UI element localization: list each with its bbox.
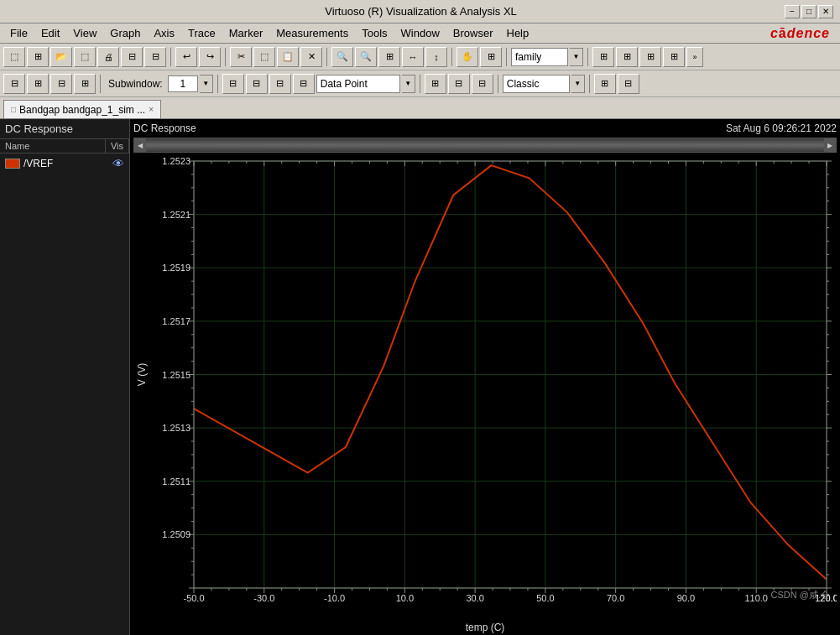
toolbar-btn-pan2[interactable]: ⊞ — [480, 47, 502, 67]
chart-area: DC Response Sat Aug 6 09:26:21 2022 ◀ ▶ … — [130, 119, 840, 635]
close-button[interactable]: ✕ — [818, 5, 833, 18]
menu-file[interactable]: File — [3, 25, 34, 41]
separator-11 — [589, 75, 590, 93]
toolbar-btn-a1[interactable]: ⊞ — [592, 47, 614, 67]
chart-title: DC Response — [133, 122, 196, 134]
toolbar-btn-copy[interactable]: ⬚ — [253, 47, 275, 67]
toolbar-btn-redo[interactable]: ↪ — [199, 47, 221, 67]
data-point-arrow[interactable]: ▼ — [402, 75, 415, 93]
subwindow-arrow[interactable]: ▼ — [200, 75, 213, 93]
toolbar-row-2: ⊟ ⊞ ⊟ ⊞ Subwindow: ▼ ⊟ ⊟ ⊟ ⊟ Data Point … — [0, 70, 840, 97]
scroll-right[interactable]: ▶ — [824, 138, 836, 152]
classic-dropdown[interactable]: Classic — [503, 75, 570, 93]
toolbar-btn-d3[interactable]: ⊟ — [472, 74, 493, 94]
plot-area: CSDN @咸.合 — [133, 153, 837, 620]
toolbar-btn-1[interactable]: ⬚ — [3, 47, 25, 67]
legend-col-name: Name — [0, 139, 106, 153]
toolbar-btn-paste[interactable]: 📋 — [277, 47, 299, 67]
toolbar-btn-c3[interactable]: ⊟ — [269, 74, 291, 94]
legend-trace-row: /VREF 👁 — [0, 154, 129, 174]
toolbar-btn-4[interactable]: ⬚ — [74, 47, 96, 67]
toolbar-btn-a2[interactable]: ⊞ — [616, 47, 638, 67]
subwindow-label: Subwindow: — [105, 78, 166, 90]
toolbar-btn-undo[interactable]: ↩ — [175, 47, 197, 67]
toolbar-btn-a3[interactable]: ⊞ — [639, 47, 661, 67]
separator-1 — [170, 48, 171, 66]
scroll-track[interactable] — [146, 138, 824, 152]
menu-bar: File Edit View Graph Axis Trace Marker M… — [0, 23, 840, 44]
menu-tools[interactable]: Tools — [355, 25, 394, 41]
toolbar-btn-a4[interactable]: ⊞ — [663, 47, 685, 67]
toolbar-row-1: ⬚ ⊞ 📂 ⬚ 🖨 ⊟ ⊟ ↩ ↪ ✂ ⬚ 📋 ✕ 🔍 🔍 ⊞ ↔ ↕ ✋ ⊞ … — [0, 44, 840, 70]
separator-10 — [498, 75, 498, 93]
menu-measurements[interactable]: Measurements — [269, 25, 355, 41]
menu-window[interactable]: Window — [394, 25, 446, 41]
tab-close-button[interactable]: × — [149, 105, 154, 114]
toolbar-btn-print[interactable]: 🖨 — [97, 47, 119, 67]
menu-axis[interactable]: Axis — [147, 25, 181, 41]
toolbar-btn-zoom-in[interactable]: 🔍 — [331, 47, 353, 67]
separator-8 — [217, 75, 218, 93]
toolbar-more[interactable]: » — [686, 47, 703, 67]
scrollbar[interactable]: ◀ ▶ — [133, 138, 837, 153]
subwindow-input[interactable] — [168, 75, 198, 92]
legend-col-vis: Vis — [106, 139, 129, 153]
toolbar-btn-2[interactable]: ⊞ — [27, 47, 49, 67]
toolbar-btn-b2[interactable]: ⊞ — [27, 74, 49, 94]
menu-edit[interactable]: Edit — [34, 25, 66, 41]
trace-visibility-toggle[interactable]: 👁 — [112, 157, 124, 170]
maximize-button[interactable]: □ — [801, 5, 817, 18]
x-axis-label: temp (C) — [130, 620, 840, 635]
toolbar-btn-7[interactable]: ⊟ — [144, 47, 166, 67]
chart-datetime: Sat Aug 6 09:26:21 2022 — [726, 122, 837, 134]
toolbar-btn-b3[interactable]: ⊟ — [50, 74, 72, 94]
minimize-button[interactable]: − — [785, 5, 800, 18]
separator-3 — [326, 48, 327, 66]
scroll-left[interactable]: ◀ — [134, 138, 146, 152]
toolbar-btn-delete[interactable]: ✕ — [300, 47, 322, 67]
menu-help[interactable]: Help — [500, 25, 536, 41]
separator-6 — [587, 48, 588, 66]
toolbar-btn-c1[interactable]: ⊟ — [222, 74, 244, 94]
toolbar-btn-zoom-y[interactable]: ↕ — [425, 47, 447, 67]
toolbar-btn-d2[interactable]: ⊟ — [448, 74, 470, 94]
trace-color-indicator — [5, 159, 20, 169]
window-controls[interactable]: − □ ✕ — [785, 5, 833, 18]
main-content: DC Response Name Vis /VREF 👁 DC Response… — [0, 119, 840, 635]
toolbar-btn-d1[interactable]: ⊞ — [425, 74, 446, 94]
toolbar-btn-pan[interactable]: ✋ — [457, 47, 478, 67]
trace-name-label: /VREF — [23, 158, 109, 169]
toolbar-btn-b1[interactable]: ⊟ — [3, 74, 25, 94]
toolbar-btn-zoom-fit[interactable]: ⊞ — [378, 47, 400, 67]
family-dropdown-arrow[interactable]: ▼ — [570, 48, 583, 66]
toolbar-btn-open[interactable]: 📂 — [50, 47, 72, 67]
separator-7 — [100, 75, 101, 93]
toolbar-btn-e1[interactable]: ⊞ — [594, 74, 616, 94]
toolbar-btn-zoom-x[interactable]: ↔ — [402, 47, 424, 67]
family-dropdown[interactable]: family — [511, 48, 568, 66]
menu-browser[interactable]: Browser — [446, 25, 500, 41]
toolbar-btn-b4[interactable]: ⊞ — [74, 74, 96, 94]
tab-label: Bandgap bandgap_1_sim ... — [19, 104, 145, 116]
classic-arrow[interactable]: ▼ — [571, 75, 585, 93]
data-point-dropdown[interactable]: Data Point — [316, 75, 400, 93]
menu-trace[interactable]: Trace — [181, 25, 222, 41]
toolbar-btn-6[interactable]: ⊟ — [121, 47, 143, 67]
chart-top-bar: DC Response Sat Aug 6 09:26:21 2022 — [130, 119, 840, 138]
separator-2 — [225, 48, 226, 66]
toolbar-btn-c2[interactable]: ⊟ — [246, 74, 268, 94]
toolbar-btn-c4[interactable]: ⊟ — [293, 74, 315, 94]
separator-4 — [451, 48, 452, 66]
menu-graph[interactable]: Graph — [103, 25, 147, 41]
toolbar-btn-e2[interactable]: ⊟ — [618, 74, 639, 94]
toolbar-btn-zoom-out[interactable]: 🔍 — [355, 47, 377, 67]
title-bar: Virtuoso (R) Visualization & Analysis XL… — [0, 0, 840, 23]
toolbar-btn-cut[interactable]: ✂ — [230, 47, 252, 67]
cadence-logo: cādence — [770, 26, 837, 41]
legend-columns: Name Vis — [0, 139, 129, 154]
plot-canvas — [133, 153, 837, 620]
separator-5 — [506, 48, 507, 66]
tab-bandgap[interactable]: □ Bandgap bandgap_1_sim ... × — [3, 100, 161, 118]
menu-view[interactable]: View — [66, 25, 103, 41]
menu-marker[interactable]: Marker — [222, 25, 269, 41]
